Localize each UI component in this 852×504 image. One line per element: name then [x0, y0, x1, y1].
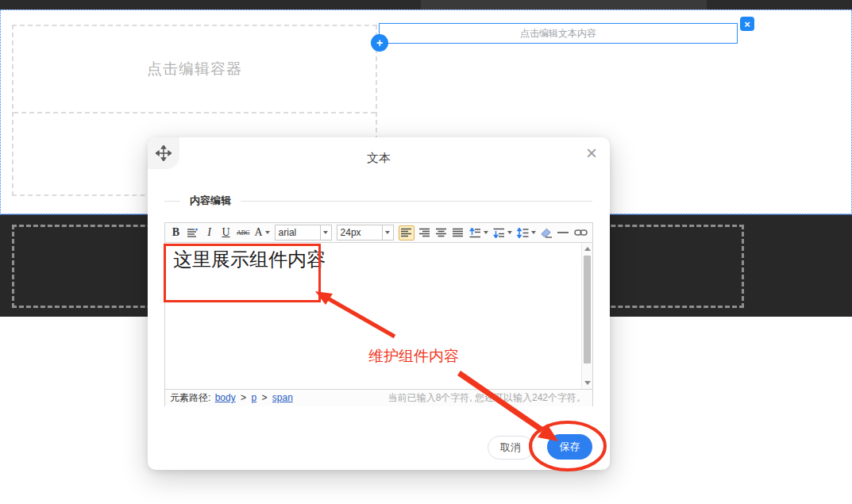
- close-icon: ×: [744, 19, 750, 29]
- font-family-value: arial: [276, 227, 320, 238]
- font-color-label: A: [254, 226, 262, 239]
- editor-scrollbar[interactable]: [581, 243, 592, 389]
- dialog-title: 文本: [148, 151, 610, 166]
- divider-line-right: [241, 201, 592, 202]
- spacing-top-icon: [469, 228, 481, 238]
- container-placeholder-label: 点击编辑容器: [147, 59, 242, 79]
- align-center-icon: [436, 228, 447, 237]
- element-path-label: 元素路径:: [170, 392, 210, 403]
- save-button[interactable]: 保存: [547, 434, 592, 460]
- chevron-down-icon: [531, 231, 536, 234]
- top-dark-bar: [0, 0, 852, 10]
- text-element-placeholder[interactable]: 点击编辑文本内容: [379, 23, 738, 44]
- section-label: 内容编辑: [190, 194, 231, 208]
- add-component-button[interactable]: +: [371, 34, 388, 52]
- plus-icon: +: [376, 37, 383, 48]
- spacing-bottom-icon: [493, 228, 505, 238]
- path-separator: >: [241, 392, 246, 403]
- chevron-down-icon: [323, 231, 328, 234]
- delete-element-button[interactable]: ×: [740, 17, 754, 31]
- align-justify-icon: [453, 228, 464, 237]
- line-height-icon: [517, 228, 529, 238]
- annotation-highlight-box: [164, 244, 321, 302]
- underline-button[interactable]: U: [220, 225, 232, 240]
- clear-format-button[interactable]: [541, 225, 553, 240]
- editor-statusbar: 元素路径: body > p > span 当前已输入8个字符, 您还可以输入2…: [165, 389, 592, 406]
- section-divider: 内容编辑: [164, 194, 592, 207]
- font-size-select[interactable]: 24px: [337, 225, 394, 240]
- insert-link-button[interactable]: [574, 225, 588, 240]
- annotation-note: 维护组件内容: [368, 346, 459, 367]
- font-size-arrow[interactable]: [382, 225, 393, 240]
- scrollbar-thumb[interactable]: [584, 256, 591, 364]
- char-count: 当前已输入8个字符, 您还可以输入242个字符。: [388, 391, 586, 405]
- dialog-close-button[interactable]: ×: [586, 144, 597, 163]
- indent-icon: [187, 228, 199, 238]
- chevron-down-icon: [507, 231, 512, 234]
- scroll-down-icon[interactable]: [584, 381, 591, 385]
- align-left-button[interactable]: [399, 225, 414, 240]
- font-color-button[interactable]: A: [254, 225, 269, 240]
- eraser-icon: [541, 228, 553, 238]
- path-link-p[interactable]: p: [251, 392, 256, 403]
- italic-button[interactable]: I: [203, 225, 215, 240]
- align-right-icon: [419, 228, 430, 237]
- chevron-down-icon: [385, 231, 390, 234]
- text-element-label: 点击编辑文本内容: [520, 27, 596, 40]
- font-family-arrow[interactable]: [320, 225, 331, 240]
- chevron-down-icon: [265, 231, 270, 234]
- text-edit-dialog: 文本 × 内容编辑 B I U ABC: [148, 137, 610, 470]
- scroll-up-icon[interactable]: [584, 247, 591, 251]
- link-icon: [574, 229, 588, 237]
- align-center-button[interactable]: [436, 225, 448, 240]
- path-link-span[interactable]: span: [272, 392, 293, 403]
- container-placeholder-row[interactable]: 点击编辑容器: [13, 26, 376, 113]
- paragraph-spacing-top-button[interactable]: [469, 225, 488, 240]
- bold-button[interactable]: B: [170, 225, 182, 240]
- font-size-value: 24px: [337, 227, 382, 238]
- align-left-icon: [401, 228, 412, 237]
- horizontal-rule-icon: [557, 231, 569, 234]
- chevron-down-icon: [484, 231, 488, 234]
- divider-line-left: [164, 201, 180, 202]
- editor-toolbar: B I U ABC A arial: [165, 223, 592, 243]
- align-justify-button[interactable]: [453, 225, 465, 240]
- align-right-button[interactable]: [419, 225, 431, 240]
- line-height-button[interactable]: [517, 225, 536, 240]
- path-separator: >: [261, 392, 267, 403]
- cancel-button[interactable]: 取消: [488, 436, 534, 460]
- path-link-body[interactable]: body: [215, 392, 236, 403]
- element-path: 元素路径: body > p > span: [170, 391, 295, 405]
- indent-button[interactable]: [187, 225, 199, 240]
- font-family-select[interactable]: arial: [275, 225, 332, 240]
- paragraph-spacing-bottom-button[interactable]: [493, 225, 512, 240]
- top-bar-highlight: [421, 0, 707, 10]
- horizontal-rule-button[interactable]: [557, 225, 569, 240]
- strikethrough-button[interactable]: ABC: [237, 225, 249, 240]
